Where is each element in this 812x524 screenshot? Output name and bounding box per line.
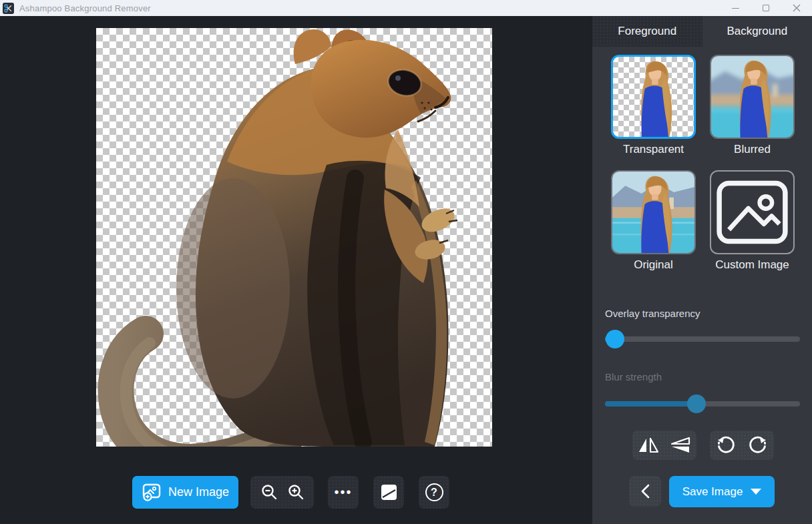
blurred-thumbnail[interactable] [710,55,795,139]
titlebar: Ashampoo Background Remover [0,0,812,16]
rotate-button-group [710,431,774,460]
flip-button-group [632,431,696,460]
zoom-out-icon[interactable] [260,484,278,501]
option-blurred: Blurred [710,55,795,158]
option-label: Custom Image [710,258,795,273]
back-button[interactable] [629,476,661,507]
close-button[interactable] [781,0,812,16]
flip-horizontal-button[interactable] [636,435,661,456]
rotate-right-icon [748,435,768,455]
minimize-icon [732,8,739,9]
window-title: Ashampoo Background Remover [19,3,151,13]
option-label: Original [611,258,696,273]
flip-vertical-button[interactable] [668,435,693,456]
flip-horizontal-icon [638,437,659,454]
main-area: New Image ••• [0,16,592,524]
scissors-icon [3,3,14,14]
transform-buttons [632,431,774,460]
tab-background[interactable]: Background [702,16,812,47]
slider-handle[interactable] [687,395,706,413]
slider-track[interactable] [605,336,800,342]
overlay-transparency-label: Overlay transparency [605,308,700,319]
flip-vertical-icon [670,437,691,454]
help-icon: ? [425,483,443,501]
image-canvas[interactable] [96,28,492,447]
option-custom-image: Custom Image [710,170,795,273]
save-image-label: Save Image [682,485,743,499]
option-original: Original [611,170,696,273]
transparent-thumbnail[interactable] [611,55,696,139]
panel-footer: Save Image [629,476,775,507]
slider-fill [605,401,696,407]
slider-handle[interactable] [606,330,624,348]
custom-image-thumbnail[interactable] [710,170,795,254]
save-dropdown-caret-icon [751,489,761,495]
tab-foreground[interactable]: Foreground [592,16,702,47]
overlay-transparency-slider[interactable] [605,330,800,348]
woman-preview [613,57,694,137]
zoom-in-icon[interactable] [287,484,304,501]
rotate-left-button[interactable] [713,435,739,456]
zoom-button-group [250,476,314,509]
new-image-icon [142,483,162,501]
more-options-button[interactable]: ••• [328,476,359,509]
maximize-icon [763,5,769,11]
option-label: Blurred [710,142,795,158]
maximize-button[interactable] [751,0,781,16]
blur-strength-label: Blur strength [605,371,662,382]
woman-preview [711,56,793,138]
rotate-right-button[interactable] [745,435,771,456]
help-button[interactable]: ? [419,476,449,509]
option-label: Transparent [611,142,696,158]
side-panel: Foreground Background [592,16,812,524]
woman-preview [612,172,694,253]
squirrel-image [96,28,492,447]
close-icon [793,4,801,12]
new-image-button[interactable]: New Image [132,476,238,509]
window-controls [720,0,812,16]
app-window: Ashampoo Background Remover [0,0,812,524]
option-transparent: Transparent [611,55,696,158]
image-icon [711,172,793,253]
ellipsis-icon: ••• [334,485,352,500]
minimize-button[interactable] [720,0,751,16]
rotate-left-icon [716,435,736,455]
app-body: New Image ••• [0,16,812,524]
compare-icon [380,483,398,501]
chevron-left-icon [640,483,650,499]
panel-tabs: Foreground Background [592,16,812,47]
original-thumbnail[interactable] [611,170,696,254]
blur-strength-slider[interactable] [605,395,800,413]
new-image-label: New Image [168,485,229,499]
save-image-button[interactable]: Save Image [669,476,775,507]
compare-view-button[interactable] [373,476,404,509]
